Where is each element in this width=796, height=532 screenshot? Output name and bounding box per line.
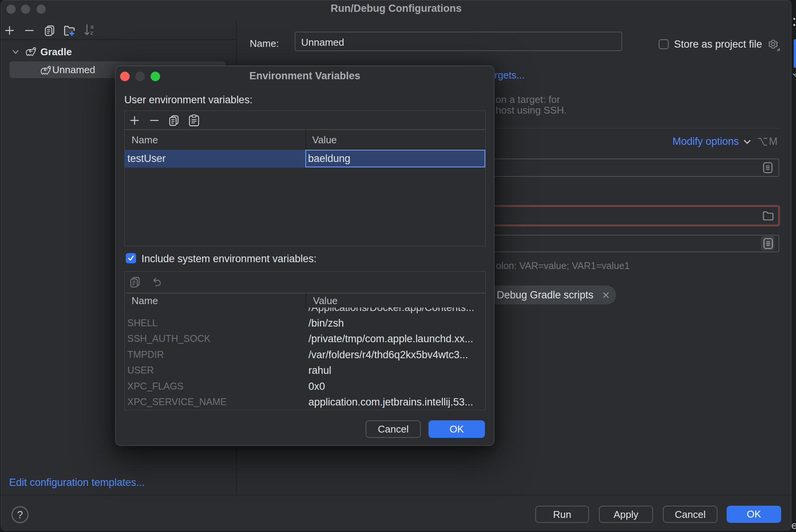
svg-text:z: z — [90, 29, 93, 36]
svg-text:a: a — [90, 23, 94, 30]
